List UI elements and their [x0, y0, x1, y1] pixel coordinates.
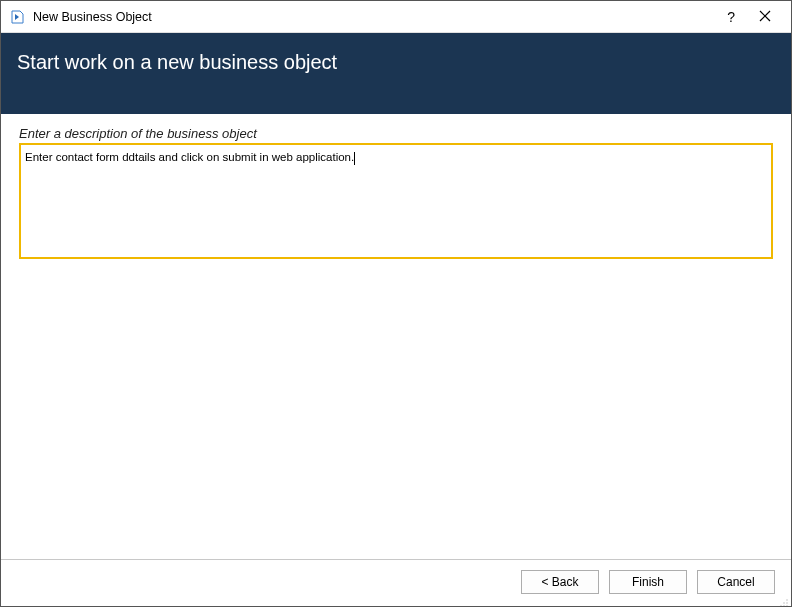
app-icon	[9, 9, 25, 25]
svg-point-3	[783, 602, 785, 604]
description-label: Enter a description of the business obje…	[19, 126, 773, 141]
description-input[interactable]: Enter contact form ddtails and click on …	[19, 143, 773, 259]
window-controls: ?	[727, 9, 783, 25]
help-icon[interactable]: ?	[727, 9, 735, 25]
description-text: Enter contact form ddtails and click on …	[25, 151, 354, 163]
banner-heading: Start work on a new business object	[17, 51, 771, 74]
back-button[interactable]: < Back	[521, 570, 599, 594]
window-title: New Business Object	[33, 10, 727, 24]
svg-point-4	[786, 602, 788, 604]
close-icon[interactable]	[759, 9, 771, 25]
cancel-button[interactable]: Cancel	[697, 570, 775, 594]
wizard-banner: Start work on a new business object	[1, 33, 791, 114]
wizard-footer: < Back Finish Cancel	[1, 559, 791, 606]
finish-button[interactable]: Finish	[609, 570, 687, 594]
titlebar: New Business Object ?	[1, 1, 791, 33]
resize-grip-icon[interactable]	[779, 594, 789, 604]
svg-point-2	[786, 599, 788, 601]
wizard-content: Enter a description of the business obje…	[1, 114, 791, 259]
text-caret	[354, 152, 355, 165]
